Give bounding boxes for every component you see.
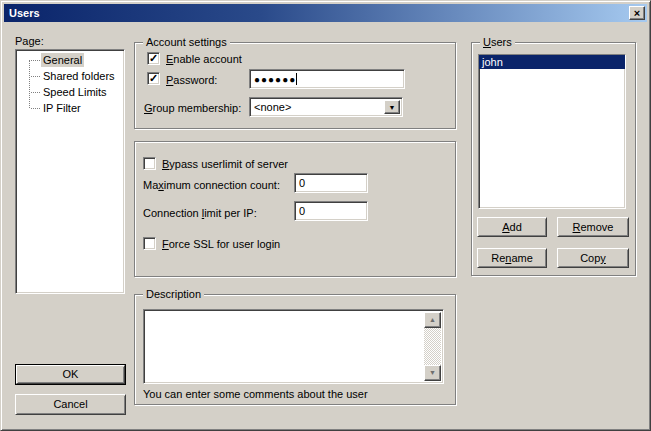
password-value: ●●●●●● — [254, 74, 296, 85]
dropdown-button[interactable]: ▼ — [384, 100, 400, 114]
user-list-item[interactable]: john — [479, 55, 625, 69]
tree-item-speed-limits[interactable]: Speed Limits — [18, 84, 122, 100]
password-input[interactable]: ●●●●●● — [249, 69, 405, 89]
max-connection-label: Maximum connection count: — [143, 179, 280, 191]
group-membership-select[interactable]: <none> ▼ — [249, 97, 403, 117]
users-dialog: Users × Page: General Shared folders Spe… — [0, 0, 651, 431]
tree-item-label[interactable]: Speed Limits — [41, 85, 109, 99]
chevron-down-icon: ▼ — [389, 104, 396, 111]
scroll-down-button[interactable]: ▼ — [424, 365, 441, 381]
force-ssl-checkbox[interactable] — [143, 237, 156, 250]
max-connection-value: 0 — [299, 177, 305, 189]
tree-item-ip-filter[interactable]: IP Filter — [18, 100, 122, 116]
text-caret — [296, 73, 297, 85]
description-textarea[interactable]: ▲ ▼ — [143, 309, 444, 384]
tree-item-label[interactable]: Shared folders — [41, 69, 117, 83]
close-icon: × — [634, 7, 640, 19]
check-icon: ✓ — [149, 52, 158, 64]
password-checkbox[interactable]: ✓ — [147, 72, 160, 85]
check-icon: ✓ — [149, 72, 158, 84]
force-ssl-label[interactable]: Force SSL for user login — [162, 238, 280, 250]
description-value — [144, 313, 148, 325]
group-membership-value: <none> — [254, 101, 291, 113]
close-button[interactable]: × — [629, 6, 645, 20]
bypass-userlimit-label[interactable]: Bypass userlimit of server — [162, 158, 288, 170]
window-title: Users — [9, 7, 40, 19]
tree-item-label[interactable]: General — [41, 53, 84, 67]
scroll-up-button[interactable]: ▲ — [424, 312, 441, 328]
arrow-down-icon: ▼ — [429, 369, 436, 376]
cancel-button[interactable]: Cancel — [15, 394, 126, 415]
page-label: Page: — [15, 35, 44, 47]
max-connection-input[interactable]: 0 — [294, 173, 368, 193]
page-tree[interactable]: General Shared folders Speed Limits IP F… — [15, 49, 125, 294]
ip-limit-value: 0 — [299, 205, 305, 217]
tree-item-label[interactable]: IP Filter — [41, 101, 83, 115]
ip-limit-label: Connection limit per IP: — [143, 207, 257, 219]
users-group-title: Users — [480, 36, 515, 48]
description-title: Description — [143, 288, 204, 300]
copy-user-button[interactable]: Copy — [557, 248, 629, 268]
add-user-button[interactable]: Add — [477, 217, 547, 237]
bypass-userlimit-checkbox[interactable] — [143, 157, 156, 170]
description-hint: You can enter some comments about the us… — [143, 388, 368, 400]
arrow-up-icon: ▲ — [429, 316, 436, 323]
title-bar[interactable]: Users × — [4, 4, 647, 22]
users-list[interactable]: john — [478, 54, 626, 209]
description-scrollbar[interactable]: ▲ ▼ — [424, 312, 441, 381]
ok-button[interactable]: OK — [16, 365, 125, 384]
tree-item-general[interactable]: General — [18, 52, 122, 68]
group-membership-label: Group membership: — [144, 102, 241, 114]
account-settings-title: Account settings — [143, 36, 230, 48]
enable-account-checkbox[interactable]: ✓ — [147, 52, 160, 65]
ip-limit-input[interactable]: 0 — [294, 201, 368, 221]
tree-item-shared-folders[interactable]: Shared folders — [18, 68, 122, 84]
enable-account-label[interactable]: Enable account — [166, 53, 242, 65]
remove-user-button[interactable]: Remove — [557, 217, 629, 237]
rename-user-button[interactable]: Rename — [477, 248, 547, 268]
password-label[interactable]: Password: — [166, 74, 217, 86]
